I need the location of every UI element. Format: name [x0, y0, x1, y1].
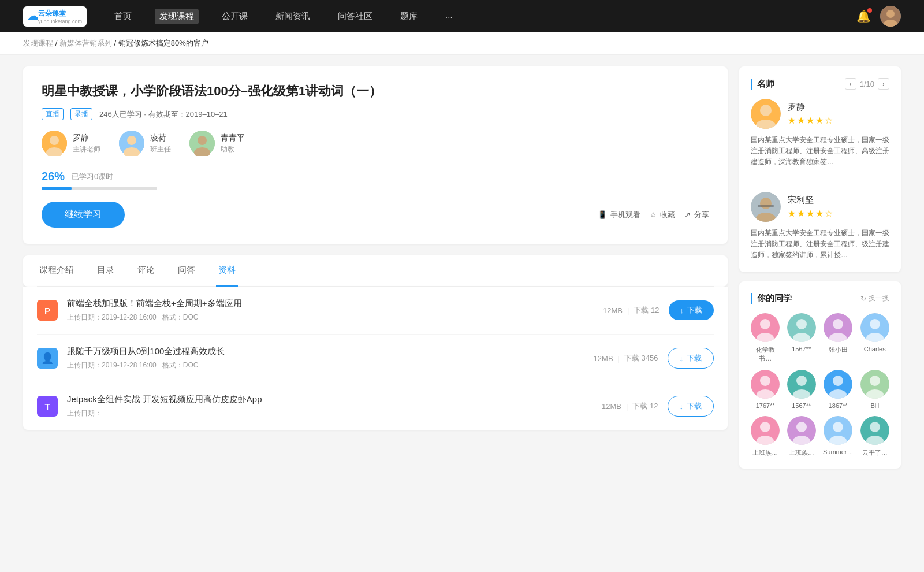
classmate-item[interactable]: 1567** [787, 313, 815, 363]
favorite-button[interactable]: ☆ 收藏 [650, 210, 675, 220]
svg-point-10 [198, 136, 207, 145]
classmate-item[interactable]: 上班族… [751, 416, 780, 457]
nav-discover[interactable]: 发现课程 [155, 9, 199, 24]
nav-news[interactable]: 新闻资讯 [271, 9, 315, 24]
nav-home[interactable]: 首页 [110, 9, 136, 24]
teachers-panel-title: 名师 [751, 79, 774, 90]
nav-items: 首页 发现课程 公开课 新闻资讯 问答社区 题库 ··· [110, 9, 856, 24]
classmate-name: 上班族… [752, 448, 778, 457]
tab-files[interactable]: 资料 [216, 255, 238, 287]
classmate-avatar [860, 313, 889, 342]
classmate-item[interactable]: 化学教书… [751, 313, 780, 363]
user-avatar[interactable] [880, 6, 901, 27]
download-button-3[interactable]: ↓ 下载 [668, 396, 714, 417]
classmate-avatar [860, 416, 889, 445]
expert-item-luojing: 罗静 ★★★★☆ 国内某重点大学安全工程专业硕士，国家一级注册消防工程师、注册安… [751, 99, 889, 180]
file-item: 👤 跟随千万级项目从0到100全过程高效成长 上传日期：2019-12-28 1… [37, 335, 714, 382]
file-info-3: Jetpack全组件实战 开发短视频应用高仿皮皮虾App 上传日期： [67, 394, 593, 418]
expert-top-songlijian: 宋利坚 ★★★★☆ [751, 192, 889, 222]
classmate-item[interactable]: 上班族… [787, 416, 815, 457]
main-content: 明星中教授课，小学阶段语法100分–强化级第1讲动词（一） 直播 录播 246人… [23, 66, 728, 469]
logo[interactable]: ☁ 云朵课堂 yunduoketang.com [23, 6, 87, 27]
teacher-qingqingping: 青青平 助教 [189, 131, 245, 156]
nav-exam[interactable]: 题库 [396, 9, 422, 24]
mobile-view-button[interactable]: 📱 手机观看 [598, 210, 640, 220]
expert-desc-luojing: 国内某重点大学安全工程专业硕士，国家一级注册消防工程师、注册安全工程师、高级注册… [751, 135, 889, 168]
expert-stars-songlijian: ★★★★☆ [788, 208, 834, 219]
expert-top-luojing: 罗静 ★★★★☆ [751, 99, 889, 129]
expert-name-luojing: 罗静 [788, 102, 834, 113]
nav-more[interactable]: ··· [441, 9, 457, 24]
classmate-item[interactable]: 云平了… [860, 416, 889, 457]
svg-point-29 [870, 319, 880, 329]
svg-point-47 [796, 422, 807, 432]
file-meta-1: 上传日期：2019-12-28 16:00 格式：DOC [67, 313, 594, 322]
teachers-prev-button[interactable]: ‹ [845, 78, 856, 90]
classmate-item[interactable]: 1567** [787, 370, 815, 409]
notification-bell[interactable]: 🔔 [856, 9, 871, 23]
nav-open[interactable]: 公开课 [217, 9, 252, 24]
nav-qa[interactable]: 问答社区 [333, 9, 377, 24]
classmate-item[interactable]: Charles [860, 313, 889, 363]
classmate-avatar [824, 370, 852, 399]
files-list: P 前端全栈加强版！前端全栈+全周期+多端应用 上传日期：2019-12-28 … [23, 287, 728, 430]
svg-point-35 [796, 376, 807, 386]
breadcrumb-series[interactable]: 新媒体营销系列 [59, 39, 112, 47]
refresh-classmates-button[interactable]: ↻ 换一换 [860, 294, 889, 303]
file-stats-2: 12MB | 下载 3456 [594, 353, 658, 363]
share-button[interactable]: ↗ 分享 [684, 210, 709, 220]
file-info-2: 跟随千万级项目从0到100全过程高效成长 上传日期：2019-12-28 16:… [67, 346, 584, 370]
svg-point-4 [50, 136, 59, 145]
tab-qa[interactable]: 问答 [176, 255, 198, 287]
classmate-item[interactable]: 1867** [823, 370, 854, 409]
classmate-name: 1867** [829, 402, 848, 409]
mobile-icon: 📱 [598, 210, 607, 219]
classmate-avatar [787, 370, 816, 399]
course-title: 明星中教授课，小学阶段语法100分–强化级第1讲动词（一） [42, 83, 709, 100]
refresh-icon: ↻ [860, 295, 866, 303]
progress-study-time: 已学习0课时 [72, 172, 113, 182]
download-button-1[interactable]: ↓ 下载 [669, 300, 714, 320]
classmate-item[interactable]: 张小田 [823, 313, 854, 363]
svg-point-41 [870, 376, 880, 386]
file-name-2: 跟随千万级项目从0到100全过程高效成长 [67, 346, 584, 357]
tab-review[interactable]: 评论 [135, 255, 157, 287]
svg-point-32 [760, 376, 770, 386]
file-stats-3: 12MB | 下载 12 [602, 401, 658, 411]
classmate-avatar [824, 313, 852, 342]
classmate-name: 1567** [792, 346, 811, 352]
tabs-bar: 课程介绍 目录 评论 问答 资料 [23, 255, 728, 287]
course-students: 246人已学习 · 有效期至：2019–10–21 [99, 109, 228, 120]
file-stats-1: 12MB | 下载 12 [603, 305, 659, 315]
classmates-header: 你的同学 ↻ 换一换 [751, 293, 889, 304]
classmate-item[interactable]: 1767** [751, 370, 780, 409]
classmate-item[interactable]: Summer… [823, 416, 854, 457]
teacher-linghe-avatar [119, 131, 144, 156]
progress-percent: 26% [42, 170, 65, 183]
logo-sub: yunduoketang.com [38, 18, 82, 24]
classmate-avatar [751, 370, 780, 399]
download-icon: ↓ [680, 402, 684, 411]
continue-study-button[interactable]: 继续学习 [42, 202, 125, 228]
expert-avatar-luojing [751, 99, 781, 129]
teachers-next-button[interactable]: › [878, 78, 889, 90]
file-meta-3: 上传日期： [67, 408, 593, 418]
classmates-panel: 你的同学 ↻ 换一换 化学教书… [739, 281, 901, 469]
teacher-qingqingping-role: 助教 [221, 144, 245, 154]
share-icon: ↗ [684, 210, 691, 219]
classmate-avatar [860, 370, 889, 399]
breadcrumb-discover[interactable]: 发现课程 [23, 39, 53, 47]
classmate-avatar [751, 313, 780, 342]
course-meta: 直播 录播 246人已学习 · 有效期至：2019–10–21 [42, 108, 709, 120]
classmate-name: Bill [870, 402, 879, 409]
badge-rec: 录播 [70, 108, 92, 120]
tab-intro[interactable]: 课程介绍 [37, 255, 76, 287]
logo-name: 云朵课堂 [38, 9, 82, 18]
file-icon-u: 👤 [37, 348, 58, 369]
download-button-2[interactable]: ↓ 下载 [668, 348, 714, 369]
classmate-name: 化学教书… [751, 346, 780, 363]
teacher-qingqingping-avatar [189, 131, 215, 156]
classmate-item[interactable]: Bill [860, 370, 889, 409]
svg-point-13 [760, 105, 772, 116]
tab-catalog[interactable]: 目录 [95, 255, 117, 287]
